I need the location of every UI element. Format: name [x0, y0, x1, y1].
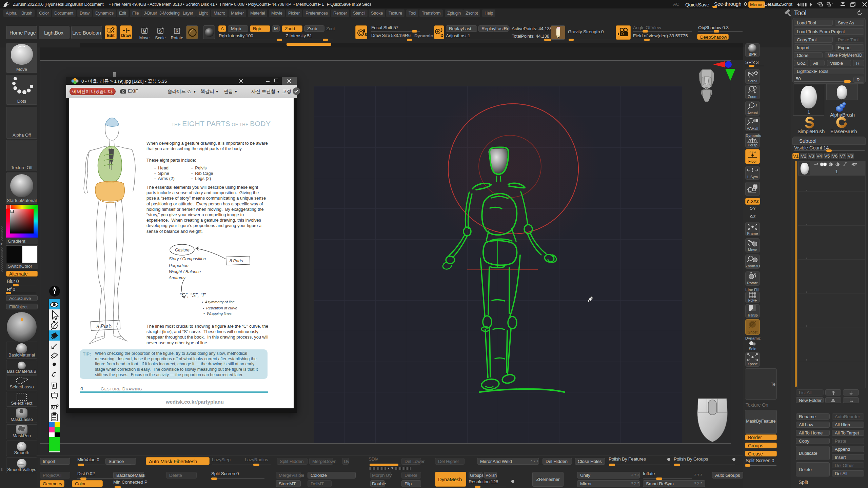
- svg-text:— Weight / Balance: — Weight / Balance: [163, 269, 201, 274]
- svg-text:• Asymmetry of line: • Asymmetry of line: [202, 300, 235, 304]
- svg-text:S: S: [159, 29, 162, 34]
- svg-text:• Repetition of curve: • Repetition of curve: [203, 306, 237, 310]
- svg-text:— Story / Composition: — Story / Composition: [163, 257, 206, 261]
- svg-text:“C”, “S”, “I”: “C”, “S”, “I”: [180, 292, 206, 298]
- svg-text:M: M: [143, 29, 146, 34]
- svg-text:— Porportion: — Porportion: [163, 263, 189, 268]
- svg-text:Gesture: Gesture: [175, 248, 190, 252]
- svg-text:• Wrapping lines: • Wrapping lines: [203, 311, 232, 316]
- svg-text:8 Parts: 8 Parts: [230, 259, 243, 263]
- svg-text:8 Parts: 8 Parts: [96, 323, 113, 329]
- svg-text:R: R: [176, 29, 179, 34]
- svg-text:x1: x1: [754, 104, 757, 107]
- svg-text:— Anatomy: — Anatomy: [163, 276, 186, 280]
- svg-text:S: S: [364, 33, 367, 37]
- svg-text:c: c: [754, 186, 756, 188]
- svg-text:D: D: [440, 33, 443, 38]
